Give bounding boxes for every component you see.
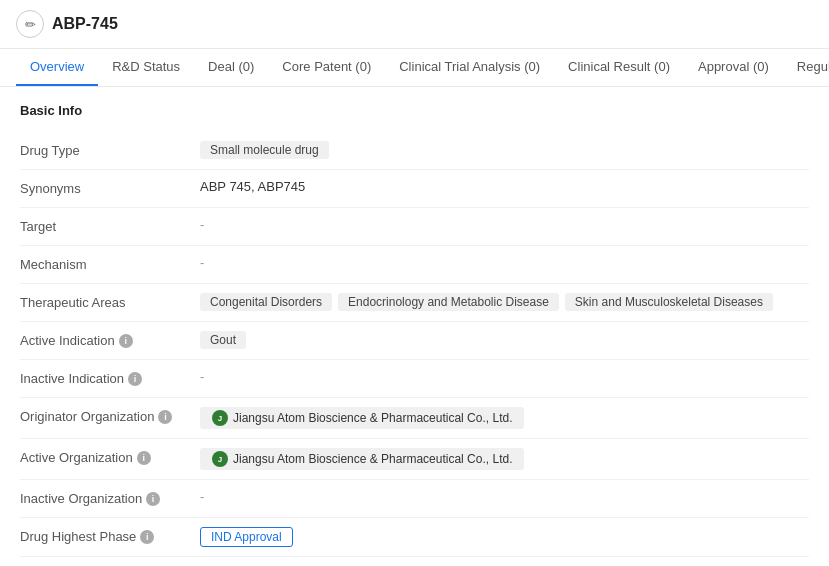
tag-congenital: Congenital Disorders: [200, 293, 332, 311]
tab-rd-status[interactable]: R&D Status: [98, 49, 194, 86]
label-target: Target: [20, 217, 200, 234]
label-synonyms: Synonyms: [20, 179, 200, 196]
tab-clinical-result[interactable]: Clinical Result (0): [554, 49, 684, 86]
tab-approval[interactable]: Approval (0): [684, 49, 783, 86]
field-inactive-org: Inactive Organization i -: [20, 480, 809, 518]
field-target: Target -: [20, 208, 809, 246]
org-logo-originator: J: [212, 410, 228, 426]
info-icon-active-org[interactable]: i: [137, 451, 151, 465]
field-mechanism: Mechanism -: [20, 246, 809, 284]
value-target: -: [200, 217, 809, 232]
value-therapeutic-areas: Congenital Disorders Endocrinology and M…: [200, 293, 809, 311]
tab-regulation[interactable]: Regulation (0): [783, 49, 829, 86]
header: ✏ ABP-745: [0, 0, 829, 49]
edit-icon: ✏: [16, 10, 44, 38]
label-drug-highest-phase: Drug Highest Phase i: [20, 527, 200, 544]
tag-drug-type: Small molecule drug: [200, 141, 329, 159]
label-mechanism: Mechanism: [20, 255, 200, 272]
field-active-org: Active Organization i J Jiangsu Atom Bio…: [20, 439, 809, 480]
tag-gout: Gout: [200, 331, 246, 349]
value-active-indication: Gout: [200, 331, 809, 349]
tag-endocrinology: Endocrinology and Metabolic Disease: [338, 293, 559, 311]
tab-core-patent[interactable]: Core Patent (0): [268, 49, 385, 86]
label-originator-org: Originator Organization i: [20, 407, 200, 424]
info-icon-inactive-org[interactable]: i: [146, 492, 160, 506]
field-drug-type: Drug Type Small molecule drug: [20, 132, 809, 170]
tab-deal[interactable]: Deal (0): [194, 49, 268, 86]
tag-skin: Skin and Musculoskeletal Diseases: [565, 293, 773, 311]
value-originator-org: J Jiangsu Atom Bioscience & Pharmaceutic…: [200, 407, 809, 429]
value-drug-type: Small molecule drug: [200, 141, 809, 159]
content-area: Basic Info Drug Type Small molecule drug…: [0, 87, 829, 566]
value-mechanism: -: [200, 255, 809, 270]
section-title: Basic Info: [20, 103, 809, 118]
label-drug-type: Drug Type: [20, 141, 200, 158]
org-name-originator: Jiangsu Atom Bioscience & Pharmaceutical…: [233, 411, 512, 425]
tag-ind-approval: IND Approval: [200, 527, 293, 547]
info-icon-active-indication[interactable]: i: [119, 334, 133, 348]
page-title: ABP-745: [52, 15, 118, 33]
field-originator-org: Originator Organization i J Jiangsu Atom…: [20, 398, 809, 439]
label-inactive-org: Inactive Organization i: [20, 489, 200, 506]
tag-originator-org: J Jiangsu Atom Bioscience & Pharmaceutic…: [200, 407, 524, 429]
value-inactive-org: -: [200, 489, 809, 504]
value-synonyms: ABP 745, ABP745: [200, 179, 809, 194]
label-therapeutic-areas: Therapeutic Areas: [20, 293, 200, 310]
label-inactive-indication: Inactive Indication i: [20, 369, 200, 386]
field-synonyms: Synonyms ABP 745, ABP745: [20, 170, 809, 208]
info-icon-drug-phase[interactable]: i: [140, 530, 154, 544]
field-first-approval-date: First Approval Date -: [20, 557, 809, 566]
org-logo-active: J: [212, 451, 228, 467]
field-active-indication: Active Indication i Gout: [20, 322, 809, 360]
value-drug-highest-phase: IND Approval: [200, 527, 809, 547]
tab-overview[interactable]: Overview: [16, 49, 98, 86]
tag-active-org: J Jiangsu Atom Bioscience & Pharmaceutic…: [200, 448, 524, 470]
tab-bar: Overview R&D Status Deal (0) Core Patent…: [0, 49, 829, 87]
label-active-indication: Active Indication i: [20, 331, 200, 348]
label-active-org: Active Organization i: [20, 448, 200, 465]
org-name-active: Jiangsu Atom Bioscience & Pharmaceutical…: [233, 452, 512, 466]
field-drug-highest-phase: Drug Highest Phase i IND Approval: [20, 518, 809, 557]
value-inactive-indication: -: [200, 369, 809, 384]
field-therapeutic-areas: Therapeutic Areas Congenital Disorders E…: [20, 284, 809, 322]
info-icon-inactive-indication[interactable]: i: [128, 372, 142, 386]
info-icon-originator-org[interactable]: i: [158, 410, 172, 424]
value-active-org: J Jiangsu Atom Bioscience & Pharmaceutic…: [200, 448, 809, 470]
tab-clinical-trial[interactable]: Clinical Trial Analysis (0): [385, 49, 554, 86]
field-inactive-indication: Inactive Indication i -: [20, 360, 809, 398]
